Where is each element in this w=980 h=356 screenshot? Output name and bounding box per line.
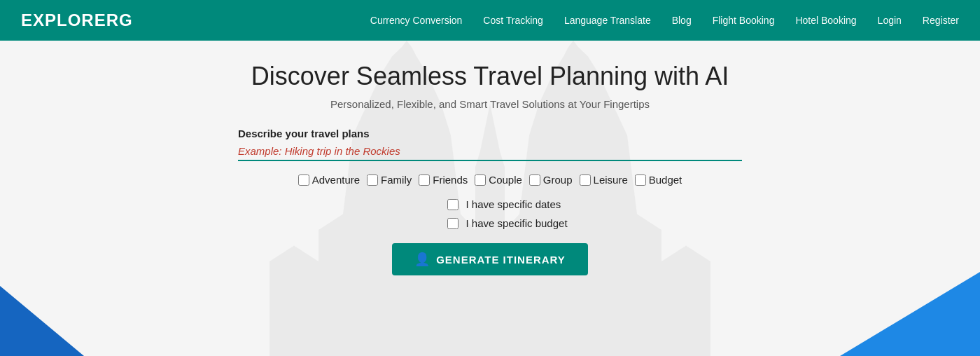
group-checkbox-item[interactable]: Group [529,174,573,186]
person-icon: 👤 [414,252,430,267]
checkboxes-row: Adventure Family Friends Couple Group Le… [298,174,682,186]
specific-dates-option[interactable]: I have specific dates [447,198,561,210]
specific-budget-option[interactable]: I have specific budget [447,217,567,229]
input-section: Describe your travel plans [238,128,742,161]
travel-plans-input[interactable] [238,142,742,161]
main-content: Discover Seamless Travel Planning with A… [0,41,980,356]
friends-checkbox-item[interactable]: Friends [419,174,468,186]
adventure-label: Adventure [312,174,360,186]
login-link[interactable]: Login [878,15,902,26]
budget-checkbox[interactable] [635,174,646,186]
hero-title: Discover Seamless Travel Planning with A… [251,62,729,91]
specific-dates-label: I have specific dates [465,198,561,210]
leisure-checkbox-item[interactable]: Leisure [580,174,628,186]
family-checkbox-item[interactable]: Family [367,174,412,186]
blog-link[interactable]: Blog [672,15,692,26]
group-label: Group [543,174,573,186]
couple-checkbox-item[interactable]: Couple [475,174,522,186]
leisure-label: Leisure [594,174,628,186]
couple-label: Couple [489,174,522,186]
hotel-booking-link[interactable]: Hotel Booking [795,15,856,26]
family-checkbox[interactable] [367,174,378,186]
specific-dates-checkbox[interactable] [447,199,458,210]
specific-budget-checkbox[interactable] [447,218,458,229]
group-checkbox[interactable] [529,174,540,186]
flight-booking-link[interactable]: Flight Booking [713,15,775,26]
navbar-links: Currency Conversion Cost Tracking Langua… [370,15,959,26]
friends-label: Friends [433,174,468,186]
budget-label: Budget [649,174,682,186]
friends-checkbox[interactable] [419,174,430,186]
cost-tracking-link[interactable]: Cost Tracking [483,15,543,26]
input-label: Describe your travel plans [238,128,742,139]
adventure-checkbox[interactable] [298,174,309,186]
specific-options: I have specific dates I have specific bu… [447,198,567,229]
generate-itinerary-button[interactable]: 👤 GENERATE ITINERARY [392,243,588,275]
register-link[interactable]: Register [923,15,959,26]
navbar: EXPLORERG Currency Conversion Cost Track… [0,0,980,41]
currency-conversion-link[interactable]: Currency Conversion [370,15,463,26]
budget-checkbox-item[interactable]: Budget [635,174,682,186]
language-translate-link[interactable]: Language Translate [564,15,651,26]
hero-subtitle: Personalized, Flexible, and Smart Travel… [330,98,650,110]
generate-button-label: GENERATE ITINERARY [436,254,566,266]
family-label: Family [381,174,412,186]
logo[interactable]: EXPLORERG [21,11,133,30]
leisure-checkbox[interactable] [580,174,591,186]
couple-checkbox[interactable] [475,174,486,186]
specific-budget-label: I have specific budget [465,217,567,229]
adventure-checkbox-item[interactable]: Adventure [298,174,360,186]
